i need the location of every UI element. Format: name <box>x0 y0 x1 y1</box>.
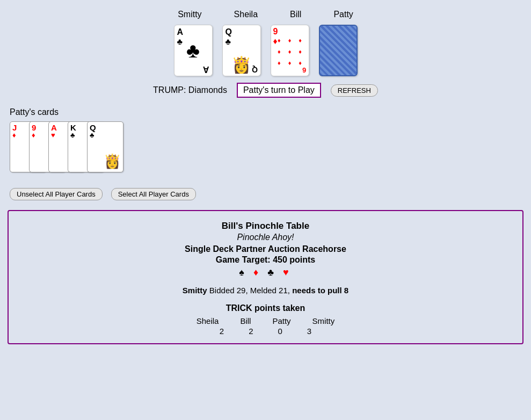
unselect-all-button[interactable]: Unselect All Player Cards <box>10 188 103 200</box>
refresh-button[interactable]: REFRESH <box>331 84 378 97</box>
diamond-icon: ♦ <box>253 267 261 278</box>
info-box: Bill's Pinochle Table Pinochle Ahoy! Sin… <box>8 210 523 344</box>
trick-header-0: Sheila <box>197 316 219 325</box>
trick-table-values: 2 2 0 3 <box>14 327 517 336</box>
player-name-sheila: Sheila <box>234 10 258 19</box>
trick-header-2: Patty <box>272 316 290 325</box>
trick-value-3: 3 <box>307 327 311 336</box>
trick-value-2: 0 <box>278 327 282 336</box>
trick-table: Sheila Bill Patty Smitty 2 2 0 3 <box>14 316 517 336</box>
card-rank: J <box>12 124 17 132</box>
trick-title: TRICK points taken <box>14 303 517 313</box>
card-rank-bottom: A <box>203 65 209 74</box>
select-all-button[interactable]: Select All Player Cards <box>111 188 196 200</box>
diamond: ♦ <box>278 48 281 55</box>
info-title: Bill's Pinochle Table <box>14 221 517 231</box>
card-rank: 9 <box>32 124 36 132</box>
info-game-type: Single Deck Partner Auction Racehorse <box>14 244 517 254</box>
smitty-card: A ♣ ♣ A <box>174 25 213 76</box>
card-rank: A <box>177 27 184 37</box>
diamond: ♦ <box>299 60 302 66</box>
trick-table-header: Sheila Bill Patty Smitty <box>14 316 517 325</box>
club-icon: ♣ <box>267 267 277 278</box>
player-names-row: Smitty Sheila Bill Patty <box>0 0 531 19</box>
spade-icon: ♠ <box>239 267 248 278</box>
card-suit: ♣ <box>90 132 94 139</box>
heart-icon: ♥ <box>283 267 292 278</box>
trick-value-1: 2 <box>249 327 253 336</box>
buttons-row: Unselect All Player Cards Select All Pla… <box>10 188 531 200</box>
card-center-suit: ♣ <box>186 39 200 62</box>
card-rank: Q <box>90 124 96 132</box>
diamond: ♦ <box>288 37 292 44</box>
bid-text: Bidded 29, Melded 21, <box>207 286 292 295</box>
trump-line: TRUMP: Diamonds Patty's turn to Play REF… <box>0 83 531 98</box>
diamond: ♦ <box>288 60 292 66</box>
turn-indicator: Patty's turn to Play <box>237 83 321 98</box>
bid-player-name: Smitty <box>183 286 207 295</box>
card-rank: A <box>51 124 57 132</box>
card-suit: ♣ <box>226 37 231 47</box>
trick-header-3: Smitty <box>312 316 335 325</box>
hand-card-4[interactable]: Q ♣ 👸 <box>87 121 123 172</box>
trick-header-1: Bill <box>240 316 251 325</box>
card-rank-bottom: 6 <box>302 66 306 74</box>
patty-cards-section: Patty's cards J ♦ 9 ♦ A ♥ K ♣ Q ♣ 👸 U <box>0 107 531 200</box>
bid-info: Smitty Bidded 29, Melded 21, needs to pu… <box>14 286 517 295</box>
card-suit: ♣ <box>177 37 183 47</box>
info-target: Game Target: 450 points <box>14 255 517 265</box>
card-suit: ♦ <box>32 132 35 139</box>
bid-needs-text: needs to pull 8 <box>292 286 348 295</box>
card-suit: ♣ <box>70 132 75 139</box>
top-cards-row: A ♣ ♣ A Q ♣ 👸 Q 9 ♦ ♦ ♦ ♦ ♦ ♦ <box>0 25 531 76</box>
card-rank: K <box>70 124 76 132</box>
player-name-patty: Patty <box>333 10 353 19</box>
patty-cards-label: Patty's cards <box>10 107 531 117</box>
card-suit: ♦ <box>12 132 16 139</box>
suits-row: ♠ ♦ ♣ ♥ <box>14 267 517 278</box>
patty-card-facedown <box>319 25 358 76</box>
diamond: ♦ <box>288 48 292 55</box>
hand-cards-container: J ♦ 9 ♦ A ♥ K ♣ Q ♣ 👸 <box>10 121 128 180</box>
queen-figure: 👸 <box>104 153 121 170</box>
info-subtitle: Pinochle Ahoy! <box>14 233 517 242</box>
trump-label: TRUMP: Diamonds <box>153 85 227 95</box>
diamond: ♦ <box>278 37 281 44</box>
player-name-smitty: Smitty <box>178 10 201 19</box>
queen-figure: 👸 <box>231 56 251 74</box>
diamond: ♦ <box>299 37 302 44</box>
diamond: ♦ <box>278 60 281 66</box>
diamond: ♦ <box>299 48 302 55</box>
card-rank-bottom: Q <box>252 66 258 74</box>
trick-value-0: 2 <box>220 327 224 336</box>
bill-card: 9 ♦ ♦ ♦ ♦ ♦ ♦ ♦ ♦ ♦ ♦ 6 <box>271 25 309 76</box>
card-suit: ♥ <box>51 132 55 139</box>
card-rank: Q <box>226 27 232 37</box>
sheila-card: Q ♣ 👸 Q <box>222 25 261 76</box>
player-name-bill: Bill <box>290 10 301 19</box>
